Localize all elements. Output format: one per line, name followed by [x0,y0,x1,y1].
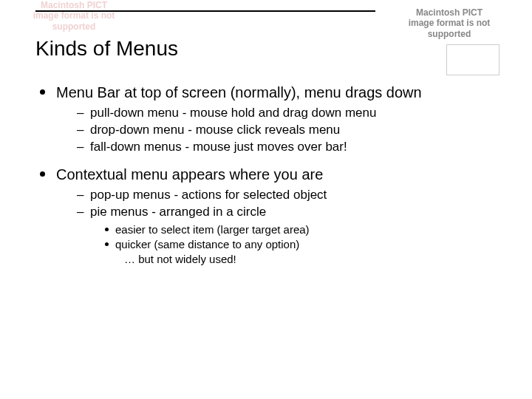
sub-item-text: pie menus - arranged in a circle [90,205,266,219]
bullet-text: Menu Bar at top of screen (normally), me… [56,84,422,100]
subsub-item: easier to select item (larger target are… [103,222,497,237]
subsub-item: … but not widely used! [103,252,497,267]
sub-item: pull-down menu - mouse hold and drag dow… [77,105,497,122]
slide-content: Kinds of Menus Menu Bar at top of screen… [35,37,497,276]
sub-item: fall-down menus - mouse just moves over … [77,139,497,156]
sub-list: pop-up menus - actions for selected obje… [77,187,497,267]
bullet-text: Contextual menu appears where you are [56,166,323,183]
bullet-item: Contextual menu appears where you are po… [35,165,497,267]
bullet-list: Menu Bar at top of screen (normally), me… [35,83,497,267]
pict-error-1: Macintosh PICT image format is not suppo… [30,0,118,32]
sub-item: drop-down menu - mouse click reveals men… [77,122,497,139]
subsub-list: easier to select item (larger target are… [103,222,497,267]
subsub-item: quicker (same distance to any option) [103,237,497,252]
sub-list: pull-down menu - mouse hold and drag dow… [77,105,497,156]
slide-title: Kinds of Menus [35,37,497,61]
bullet-item: Menu Bar at top of screen (normally), me… [35,83,497,156]
sub-item: pop-up menus - actions for selected obje… [77,187,497,204]
sub-item: pie menus - arranged in a circle easier … [77,204,497,267]
pict-error-2: Macintosh PICT image format is not suppo… [405,7,494,39]
